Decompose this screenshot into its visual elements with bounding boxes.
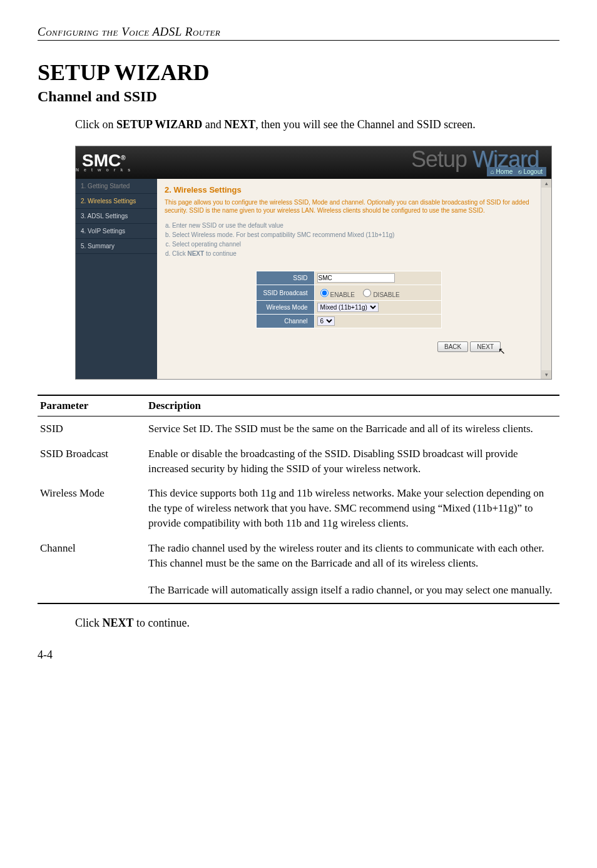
scroll-down-icon[interactable]: ▾ bbox=[541, 370, 551, 379]
param-name: Wireless Mode bbox=[38, 481, 146, 535]
instruction-b: Select Wireless mode. For best compatibi… bbox=[172, 230, 533, 240]
table-row: The Barricade will automatically assign … bbox=[38, 575, 559, 603]
param-name: SSID bbox=[38, 416, 146, 442]
enable-radio[interactable] bbox=[320, 289, 329, 297]
scroll-up-icon[interactable]: ▴ bbox=[541, 179, 551, 188]
step-description: This page allows you to configure the wi… bbox=[165, 198, 533, 214]
ssid-input[interactable] bbox=[317, 273, 395, 283]
back-button[interactable]: BACK bbox=[437, 341, 468, 352]
header-links: ⌂ Home ⎋ Logout bbox=[487, 167, 546, 176]
table-row: SSID Service Set ID. The SSID must be th… bbox=[38, 416, 559, 442]
param-desc: The radio channel used by the wireless r… bbox=[146, 536, 559, 576]
nav-step-2[interactable]: 2. Wireless Settings bbox=[76, 194, 157, 209]
param-name: SSID Broadcast bbox=[38, 442, 146, 482]
nav-step-5[interactable]: 5. Summary bbox=[76, 239, 157, 254]
ssid-label: SSID bbox=[257, 271, 314, 285]
cursor-icon: ↖ bbox=[498, 346, 506, 356]
table-row: Channel The radio channel used by the wi… bbox=[38, 536, 559, 576]
router-screenshot: SMC® N e t w o r k s Setup Wizard ⌂ Home… bbox=[75, 146, 552, 380]
disable-label: DISABLE bbox=[373, 291, 399, 298]
table-row: SSID Broadcast Enable or disable the bro… bbox=[38, 442, 559, 482]
param-name bbox=[38, 575, 146, 603]
channel-select[interactable]: 6 bbox=[317, 316, 335, 326]
table-row: Wireless Mode This device supports both … bbox=[38, 481, 559, 535]
next-button[interactable]: NEXT bbox=[470, 341, 501, 352]
router-header: SMC® N e t w o r k s Setup Wizard ⌂ Home… bbox=[76, 146, 551, 179]
disable-radio[interactable] bbox=[363, 289, 371, 297]
nav-step-4[interactable]: 4. VoIP Settings bbox=[76, 224, 157, 239]
settings-form: SSID SSID Broadcast ENABLE DISABLE Wirel… bbox=[256, 271, 441, 328]
running-header: Configuring the Voice ADSL Router bbox=[38, 25, 559, 41]
scrollbar[interactable]: ▴ ▾ bbox=[541, 179, 551, 379]
nav-step-1[interactable]: 1. Getting Started bbox=[76, 179, 157, 194]
col-parameter: Parameter bbox=[38, 395, 146, 416]
instruction-a: Enter new SSID or use the default value bbox=[172, 221, 533, 230]
col-description: Description bbox=[146, 395, 559, 416]
param-name: Channel bbox=[38, 536, 146, 576]
home-icon[interactable]: ⌂ bbox=[491, 168, 496, 175]
smc-logo: SMC® N e t w o r k s bbox=[76, 151, 132, 172]
wireless-mode-label: Wireless Mode bbox=[257, 301, 314, 315]
param-desc: The Barricade will automatically assign … bbox=[146, 575, 559, 603]
intro-text: Click on SETUP WIZARD and NEXT, then you… bbox=[75, 116, 559, 133]
page-title: SETUP WIZARD bbox=[38, 59, 559, 86]
section-title: Channel and SSID bbox=[38, 88, 559, 105]
enable-label: ENABLE bbox=[330, 291, 355, 298]
ssid-broadcast-label: SSID Broadcast bbox=[257, 285, 314, 301]
instruction-c: Select operating channel bbox=[172, 240, 533, 249]
param-desc: This device supports both 11g and 11b wi… bbox=[146, 481, 559, 535]
logout-link[interactable]: Logout bbox=[523, 168, 543, 175]
wizard-content: 2. Wireless Settings This page allows yo… bbox=[157, 179, 541, 379]
closing-text: Click NEXT to continue. bbox=[75, 617, 559, 630]
parameter-table: Parameter Description SSID Service Set I… bbox=[38, 395, 559, 604]
step-heading: 2. Wireless Settings bbox=[165, 185, 533, 194]
channel-label: Channel bbox=[257, 315, 314, 328]
param-desc: Enable or disable the broadcasting of th… bbox=[146, 442, 559, 482]
wizard-nav: 1. Getting Started 2. Wireless Settings … bbox=[76, 179, 157, 379]
home-link[interactable]: Home bbox=[496, 168, 513, 175]
wireless-mode-select[interactable]: Mixed (11b+11g) bbox=[317, 303, 379, 312]
nav-step-3[interactable]: 3. ADSL Settings bbox=[76, 209, 157, 224]
page-number: 4-4 bbox=[38, 648, 559, 662]
param-desc: Service Set ID. The SSID must be the sam… bbox=[146, 416, 559, 442]
instruction-d: Click NEXT to continue bbox=[172, 249, 533, 258]
